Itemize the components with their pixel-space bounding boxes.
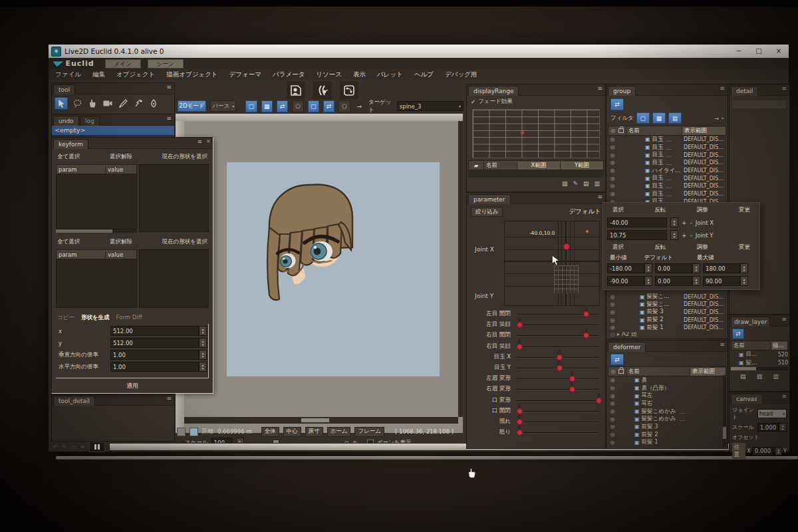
view-fit-button[interactable]: 原寸 [305,427,323,437]
select-rect-button[interactable]: ▢ [245,100,257,112]
parameter-knob[interactable] [517,430,523,436]
eye-icon[interactable]: ◎ [608,301,617,307]
copy-tab[interactable]: コピー [57,314,74,322]
joint-dropdown[interactable]: head ▾ [757,409,787,418]
param-column-header[interactable]: param [57,166,105,173]
display-range-panel-tab[interactable]: displayRange [468,86,519,96]
maximize-button[interactable]: □ [749,45,769,58]
position-x-spinner[interactable]: ▴▾ [775,447,782,456]
multi-select-button[interactable]: ▦ [261,100,273,112]
group-row[interactable]: ◎ ▣ 前髪 2 DEFAULT_DIS... [608,316,726,324]
close-icon[interactable]: × [205,138,211,144]
y-range-input[interactable]: 90.00 [703,276,740,286]
scrollbar-thumb[interactable] [723,427,726,439]
eye-icon[interactable]: ◎ [608,440,617,446]
deformer-row[interactable]: ◎ ▣ 髪髪こめかみ ... [608,408,722,416]
chevron-down-icon[interactable]: ▾ [722,116,724,120]
scale-spinner[interactable]: ▴▾ [779,423,787,432]
deformer-row[interactable]: ◎ ▣ 鼻 [608,376,722,384]
viewport-h-scrollbar[interactable] [176,114,463,121]
value-column-header[interactable]: value [105,166,136,173]
range-column-header[interactable]: 表示範囲 [682,127,726,135]
pause-button[interactable] [89,442,105,452]
deformer-row[interactable]: ◎ ▣ 前髪 1 [608,439,722,447]
filter-multi-button[interactable]: ▦ [652,112,666,124]
menu-item[interactable]: 編集 [92,70,105,79]
eye-icon[interactable]: ◎ [608,144,617,150]
joint-xy-pad[interactable]: -40.0,10.0 [504,221,600,306]
draw-layer-row[interactable]: ▣ 目... 520 [731,350,788,359]
joint-knob[interactable] [563,243,570,250]
field-input[interactable]: 1.00 [110,362,199,372]
field-spinner[interactable]: ▴▾ [199,350,207,360]
group-row[interactable]: ◎ ▣ 目玉 ... DEFAULT_DIS... [608,151,726,159]
group-row[interactable]: ◎ ▣ 目玉 ... DEFAULT_DIS... [608,144,726,152]
edit-range-icon[interactable]: ✎ [573,180,578,187]
range-list-body[interactable] [468,170,604,178]
group-row[interactable]: ◎ ▣ 目玉 ... DEFAULT_DIS... [608,182,726,190]
menu-item[interactable]: 描画オブジェクト [166,70,217,79]
parameter-slider[interactable]: 1 [517,309,601,319]
viewport[interactable] [176,114,463,433]
parameter-slider[interactable]: 0 [517,373,601,384]
x-range-input[interactable]: 0.00 [655,263,692,273]
x-range-input[interactable]: -180.00 [607,263,644,273]
parameter-knob[interactable] [583,311,589,317]
form-diff-tab[interactable]: Form Diff [116,314,142,322]
add-layer-icon[interactable]: ▧ [757,373,763,380]
parameter-slider[interactable]: 0 [517,427,601,438]
title-bar[interactable]: ◈ Live2D Euclid 0.4.1.0 alive 0 − □ × [49,45,789,58]
swap-select-button[interactable]: ⇄ [277,100,288,112]
name-column-header[interactable]: 名前 [626,368,690,376]
menu-item[interactable]: 表示 [353,70,366,79]
menu-item[interactable]: リソース [316,70,342,79]
position-x-input[interactable]: 0.000 [752,447,773,456]
filter-button[interactable]: 絞り込み [471,207,503,217]
eye-icon[interactable]: ◎ [608,400,617,406]
eye-icon[interactable]: ◎ [608,393,617,399]
parameter-slider[interactable]: 0 [517,319,601,330]
field-spinner[interactable]: ▴▾ [199,338,207,348]
scale-input[interactable]: 1.000 [757,423,779,432]
forward-arrow-icon[interactable]: ➠ [80,444,86,450]
order-column-header[interactable]: 描... [771,342,787,350]
parameter-knob[interactable] [517,408,523,414]
parameter-slider[interactable]: 0 [517,406,601,416]
draw-layer-row[interactable]: ▣ 髪... 510 [731,359,788,368]
apply-button[interactable]: 適用 [52,378,213,390]
y-range-input[interactable]: -90.00 [607,276,644,286]
param-column-header[interactable]: param [57,251,105,258]
view-fit-button[interactable]: ホーム [327,427,351,437]
plus-button[interactable]: + [682,219,687,226]
value-column-header[interactable]: value [105,251,136,258]
menu-item[interactable]: オブジェクト [116,70,155,79]
tool-panel-tab[interactable]: tool [53,84,75,94]
frame-icon[interactable]: ▭ [70,444,76,450]
parameter-knob[interactable] [517,419,523,425]
parameter-slider[interactable]: 0 [517,384,601,394]
field-spinner[interactable]: ▴▾ [199,326,207,336]
panel-menu-icon[interactable]: ≡ [166,115,172,122]
joint-x-value-input[interactable]: -40.00 [607,217,667,227]
panel-menu-icon[interactable]: ≡ [720,341,725,348]
minimize-button[interactable]: − [729,45,749,58]
spinner[interactable]: ▴▾ [670,230,678,240]
select-all-button[interactable]: 全て選択 [57,238,80,246]
group-row[interactable]: ◎ ▣ 目玉 ... DEFAULT_DIS... [608,136,726,144]
panel-menu-icon[interactable]: ≡ [597,85,602,92]
tree-toggle-button[interactable]: ⇄ [610,98,624,110]
field-input[interactable]: 1.00 [110,350,199,360]
menu-item[interactable]: ファイル [55,70,81,79]
x-range-input[interactable]: 180.00 [703,263,740,273]
eye-icon[interactable]: ◎ [608,160,617,166]
log-panel-tab[interactable]: log [80,116,100,126]
undo-empty-item[interactable]: <empty> [52,126,174,135]
spinner[interactable]: ▴▾ [644,263,652,273]
spinner[interactable]: ▴▾ [692,263,700,273]
deformer-mode-button[interactable] [313,81,332,99]
range-point[interactable] [521,131,524,134]
spinner[interactable]: ▴▾ [692,276,700,286]
plus-button[interactable]: + [682,232,687,239]
add-range-icon[interactable]: ▧ [562,180,568,187]
hand-tool-button[interactable] [86,98,98,109]
